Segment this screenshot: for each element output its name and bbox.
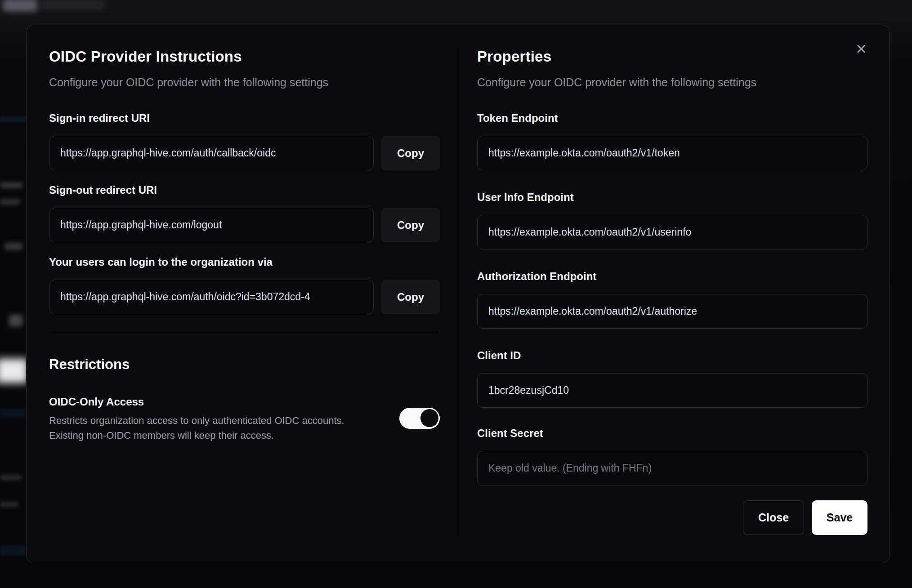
user-info-endpoint-label: User Info Endpoint [477, 191, 867, 204]
organization-login-input[interactable] [49, 280, 374, 314]
oidc-settings-dialog: OIDC Provider Instructions Configure you… [26, 25, 890, 563]
copy-organization-login-button[interactable]: Copy [381, 280, 440, 314]
close-button[interactable]: Close [743, 500, 804, 535]
organization-login-label: Your users can login to the organization… [49, 255, 440, 269]
backdrop-blur-header [40, 0, 105, 10]
save-button[interactable]: Save [812, 500, 867, 535]
properties-title: Properties [477, 47, 867, 66]
backdrop-blur-text [0, 502, 18, 507]
client-id-input[interactable] [477, 373, 867, 408]
backdrop-blur-text [4, 243, 22, 250]
instructions-panel: OIDC Provider Instructions Configure you… [49, 47, 440, 535]
instructions-subtitle: Configure your OIDC provider with the fo… [49, 75, 440, 89]
backdrop-band [0, 545, 26, 556]
sign-out-redirect-input[interactable] [49, 208, 374, 242]
backdrop-blur-text [0, 475, 22, 480]
column-divider [459, 47, 459, 535]
section-divider [49, 333, 440, 333]
backdrop-blur-blob [9, 315, 22, 326]
backdrop-blur-logo [3, 0, 38, 12]
backdrop-band [0, 408, 26, 417]
authorization-endpoint-input[interactable] [477, 294, 867, 329]
token-endpoint-input[interactable] [477, 136, 867, 170]
backdrop-blur-text [0, 182, 22, 188]
client-id-label: Client ID [477, 349, 867, 362]
backdrop-band [0, 117, 26, 122]
copy-sign-out-redirect-button[interactable]: Copy [381, 208, 440, 242]
oidc-only-access-label: OIDC-Only Access [49, 395, 368, 409]
close-icon[interactable]: ✕ [853, 41, 869, 58]
sign-in-redirect-input[interactable] [49, 136, 374, 170]
client-secret-label: Client Secret [477, 427, 867, 440]
properties-subtitle: Configure your OIDC provider with the fo… [477, 75, 867, 89]
user-info-endpoint-input[interactable] [477, 215, 867, 249]
sign-out-redirect-label: Sign-out redirect URI [49, 183, 440, 197]
instructions-title: OIDC Provider Instructions [49, 47, 440, 66]
client-secret-input[interactable] [477, 451, 867, 486]
oidc-only-access-description: Restricts organization access to only au… [49, 413, 368, 443]
copy-sign-in-redirect-button[interactable]: Copy [381, 136, 440, 170]
sign-in-redirect-label: Sign-in redirect URI [49, 111, 440, 125]
properties-panel: Properties Configure your OIDC provider … [477, 47, 867, 535]
authorization-endpoint-label: Authorization Endpoint [477, 270, 867, 283]
toggle-knob [420, 409, 438, 427]
restrictions-title: Restrictions [49, 356, 440, 373]
backdrop-blur-highlight [0, 359, 28, 383]
backdrop-blur-text [0, 199, 20, 205]
oidc-only-access-toggle[interactable] [399, 408, 440, 429]
token-endpoint-label: Token Endpoint [477, 111, 867, 125]
